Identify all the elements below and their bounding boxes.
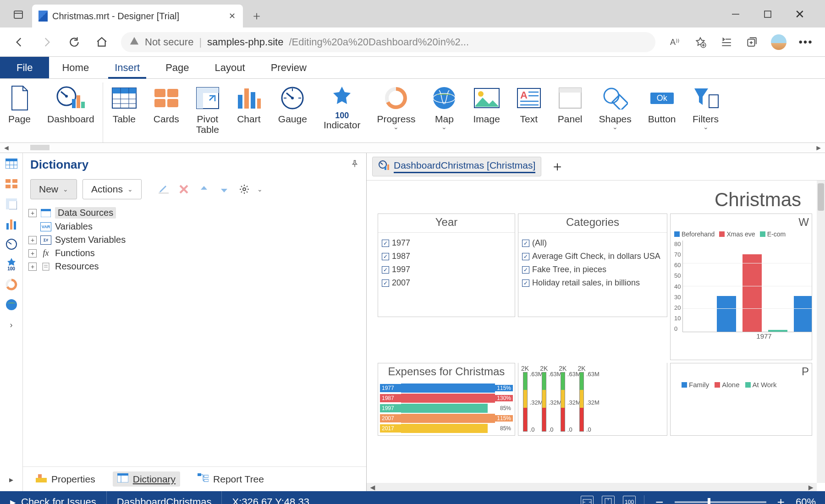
delete-icon[interactable] (176, 182, 191, 197)
dashboard-surface[interactable]: Christmas Year 1977 1987 1997 2007 (376, 187, 814, 438)
rail-gauge-icon[interactable] (5, 237, 18, 251)
document-tab[interactable]: DashboardChristmas [Christmas] (372, 157, 541, 176)
rail-map-icon[interactable] (5, 298, 18, 312)
dropdown-chevron-icon[interactable]: ⌄ (393, 123, 399, 131)
zoom-value[interactable]: 60% (796, 496, 816, 504)
settings-chevron-icon[interactable]: ⌄ (257, 186, 263, 193)
status-layout-icon-2[interactable] (602, 496, 615, 504)
ribbon-item-text[interactable]: A Text (508, 82, 550, 142)
document-add-button[interactable]: ＋ (548, 157, 567, 176)
ribbon-item-image[interactable]: Image (465, 82, 508, 142)
ribbon-tab-insert[interactable]: Insert (102, 57, 153, 78)
status-unit-button[interactable]: 100 (623, 496, 636, 504)
edit-icon[interactable] (156, 182, 171, 197)
year-item[interactable]: 2007 (381, 276, 512, 290)
move-up-icon[interactable] (197, 182, 211, 197)
zoom-out-button[interactable]: − (653, 494, 666, 504)
read-aloud-icon[interactable]: A⁾⁾ (668, 36, 681, 49)
settings-icon[interactable] (237, 182, 252, 197)
ribbon-tab-preview[interactable]: Preview (258, 57, 319, 78)
ribbon-item-cards[interactable]: Cards (145, 82, 187, 142)
year-item[interactable]: 1977 (381, 236, 512, 250)
favorite-icon[interactable] (694, 36, 707, 49)
canvas-vscrollbar[interactable] (817, 181, 825, 483)
panel-year[interactable]: Year 1977 1987 1997 2007 (378, 214, 515, 317)
new-button[interactable]: New⌄ (30, 179, 77, 199)
category-item[interactable]: Fake Tree, in pieces (521, 263, 664, 276)
ribbon-tab-layout[interactable]: Layout (202, 57, 258, 78)
dropdown-chevron-icon[interactable]: ⌄ (703, 123, 709, 131)
window-minimize-button[interactable] (729, 7, 742, 21)
ribbon-item-progress[interactable]: Progress ⌄ (368, 82, 424, 142)
window-close-button[interactable]: ✕ (793, 7, 807, 21)
favorites-list-icon[interactable] (720, 36, 732, 49)
dropdown-chevron-icon[interactable]: ⌄ (441, 123, 447, 131)
zoom-slider[interactable] (675, 501, 766, 503)
ribbon-item-panel[interactable]: Panel (550, 82, 591, 142)
year-item[interactable]: 1987 (381, 250, 512, 263)
tab-close-button[interactable]: ✕ (227, 11, 236, 21)
design-canvas[interactable]: Christmas Year 1977 1987 1997 2007 (367, 180, 825, 491)
dropdown-chevron-icon[interactable]: ⌄ (612, 123, 618, 131)
canvas-hscrollbar[interactable]: ◄► (367, 483, 817, 491)
ribbon-item-indicator[interactable]: 100 Indicator (315, 82, 369, 142)
ruler-left-arrow-icon[interactable]: ◄ (3, 144, 10, 152)
ribbon-item-dashboard[interactable]: Dashboard (39, 82, 103, 142)
category-item[interactable]: Average Gift Check, in dollars USA (521, 250, 664, 263)
footer-report-tree-button[interactable]: Report Tree (193, 471, 269, 487)
rail-indicator-icon[interactable]: 100 (5, 257, 18, 271)
browser-menu-icon[interactable]: ••• (799, 36, 812, 49)
tree-node-data-sources[interactable]: +Data Sources (28, 206, 362, 220)
rail-progress-icon[interactable] (5, 278, 18, 291)
footer-dictionary-button[interactable]: Dictionary (113, 471, 180, 487)
move-down-icon[interactable] (217, 182, 231, 197)
tree-node-system-variables[interactable]: +Σ#System Variables (28, 233, 362, 247)
ribbon-item-button[interactable]: Ok Button (640, 82, 684, 142)
rail-cards-icon[interactable] (5, 177, 18, 191)
profile-avatar[interactable] (771, 34, 786, 50)
category-item[interactable]: Holiday retail sales, in billions (521, 276, 664, 290)
pin-icon[interactable] (351, 159, 359, 170)
ribbon-tab-home[interactable]: Home (49, 57, 102, 78)
browser-back-button[interactable] (6, 31, 32, 53)
panel-expenses[interactable]: Expenses for Christmas 1977115% 1987130%… (378, 363, 515, 436)
address-bar[interactable]: Not secure | samples-php.site/Editing%20… (121, 32, 655, 52)
tab-actions-button[interactable] (9, 5, 28, 24)
ribbon-item-pivot[interactable]: Pivot Table (187, 82, 228, 142)
ribbon-item-shapes[interactable]: Shapes ⌄ (591, 82, 640, 142)
tree-node-resources[interactable]: +Resources (28, 260, 362, 273)
collections-icon[interactable] (745, 36, 758, 49)
ribbon-item-page[interactable]: Page (0, 82, 39, 142)
browser-refresh-button[interactable] (61, 31, 87, 53)
rail-more-icon[interactable]: › (5, 318, 18, 332)
ribbon-item-filters[interactable]: Filters ⌄ (684, 82, 727, 142)
ribbon-item-chart[interactable]: Chart (228, 82, 270, 142)
category-item[interactable]: (All) (521, 236, 664, 250)
ribbon-item-gauge[interactable]: Gauge (270, 82, 315, 142)
browser-home-button[interactable] (89, 31, 115, 53)
panel-categories[interactable]: Categories (All) Average Gift Check, in … (518, 214, 667, 317)
footer-properties-button[interactable]: Properties (31, 471, 100, 487)
tree-node-functions[interactable]: +fxFunctions (28, 247, 362, 260)
panel-lower-right[interactable]: P Family Alone At Work (670, 363, 812, 436)
panel-gauges[interactable]: 2K.63M.32M.0 2K.63M.32M.0 2K.63M.32M.0 2… (518, 363, 667, 436)
browser-tab[interactable]: Christmas.mrt - Designer [Trial] ✕ (32, 5, 243, 27)
new-tab-button[interactable]: ＋ (248, 6, 266, 25)
actions-button[interactable]: Actions⌄ (82, 179, 142, 199)
panel-bar-chart[interactable]: W Beforehand Xmas eve E-com 807060504030… (670, 214, 812, 360)
rail-chart-icon[interactable] (5, 217, 18, 231)
year-item[interactable]: 1997 (381, 263, 512, 276)
status-layout-icon-1[interactable] (581, 496, 594, 504)
tree-node-variables[interactable]: VARVariables (28, 220, 362, 233)
ribbon-item-map[interactable]: Map ⌄ (424, 82, 465, 142)
rail-table-icon[interactable] (5, 157, 18, 170)
check-for-issues-button[interactable]: ▶Check for Issues (0, 491, 107, 504)
ruler-right-arrow-icon[interactable]: ► (815, 144, 822, 152)
ribbon-tab-file[interactable]: File (0, 57, 49, 78)
window-maximize-button[interactable] (761, 7, 775, 21)
ribbon-item-table[interactable]: Table (103, 82, 145, 142)
ribbon-tab-page[interactable]: Page (153, 57, 202, 78)
rail-pivot-icon[interactable] (5, 197, 18, 211)
rail-expand-icon[interactable]: ▸ (5, 473, 18, 487)
zoom-in-button[interactable]: + (775, 495, 787, 504)
